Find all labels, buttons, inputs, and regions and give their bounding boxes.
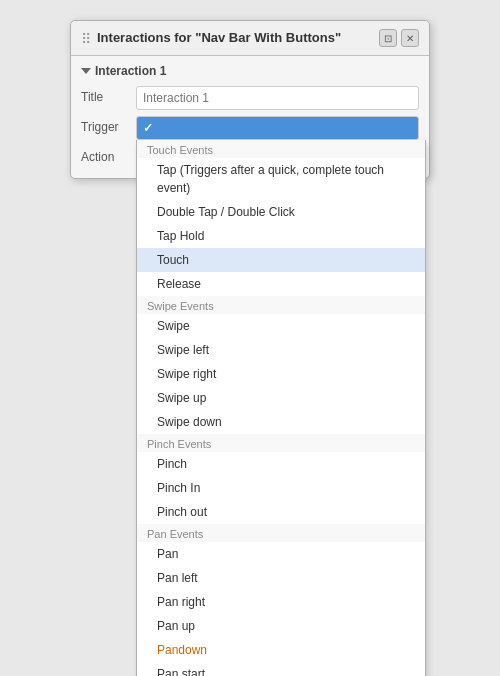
item-pinch-out[interactable]: Pinch out <box>137 500 425 524</box>
dropdown-selected-value[interactable]: ✓ <box>136 116 419 140</box>
interactions-panel: ⠿ Interactions for "Nav Bar With Buttons… <box>70 20 430 179</box>
item-pinch[interactable]: Pinch <box>137 452 425 476</box>
trigger-label: Trigger <box>81 116 136 134</box>
interaction-section-label: Interaction 1 <box>95 64 166 78</box>
title-row: Title <box>81 86 419 110</box>
panel-title-area: ⠿ Interactions for "Nav Bar With Buttons… <box>81 29 341 47</box>
item-release[interactable]: Release <box>137 272 425 296</box>
item-swipe-right[interactable]: Swipe right <box>137 362 425 386</box>
item-swipe-left[interactable]: Swipe left <box>137 338 425 362</box>
panel-header: ⠿ Interactions for "Nav Bar With Buttons… <box>71 21 429 56</box>
panel-controls: ⊡ ✕ <box>379 29 419 47</box>
trigger-row: Trigger ✓ Touch Events Tap (Triggers aft… <box>81 116 419 140</box>
item-pan-left[interactable]: Pan left <box>137 566 425 590</box>
collapse-triangle-icon[interactable] <box>81 68 91 74</box>
drag-handle-icon: ⠿ <box>81 31 91 47</box>
category-swipe-events: Swipe Events <box>137 296 425 314</box>
action-label: Action <box>81 146 136 164</box>
item-double-tap[interactable]: Double Tap / Double Click <box>137 200 425 224</box>
item-swipe-down[interactable]: Swipe down <box>137 410 425 434</box>
item-swipe-up[interactable]: Swipe up <box>137 386 425 410</box>
item-pan-right[interactable]: Pan right <box>137 590 425 614</box>
expand-button[interactable]: ⊡ <box>379 29 397 47</box>
category-touch-events: Touch Events <box>137 140 425 158</box>
item-pan[interactable]: Pan <box>137 542 425 566</box>
item-touch[interactable]: Touch <box>137 248 425 272</box>
trigger-dropdown[interactable]: ✓ Touch Events Tap (Triggers after a qui… <box>136 116 419 140</box>
category-pinch-events: Pinch Events <box>137 434 425 452</box>
dropdown-menu: Touch Events Tap (Triggers after a quick… <box>136 140 426 676</box>
item-pan-up[interactable]: Pan up <box>137 614 425 638</box>
category-pan-events: Pan Events <box>137 524 425 542</box>
panel-title: Interactions for "Nav Bar With Buttons" <box>97 29 341 47</box>
item-swipe[interactable]: Swipe <box>137 314 425 338</box>
title-label: Title <box>81 86 136 104</box>
item-pinch-in[interactable]: Pinch In <box>137 476 425 500</box>
interaction-header: Interaction 1 <box>81 64 419 78</box>
title-input[interactable] <box>136 86 419 110</box>
item-tap[interactable]: Tap (Triggers after a quick, complete to… <box>137 158 425 200</box>
interaction-section: Interaction 1 Title Trigger ✓ Touch Even… <box>71 56 429 178</box>
item-pandown[interactable]: Pandown <box>137 638 425 662</box>
item-pan-start[interactable]: Pan start <box>137 662 425 676</box>
checkmark-icon: ✓ <box>143 121 153 135</box>
close-button[interactable]: ✕ <box>401 29 419 47</box>
item-tap-hold[interactable]: Tap Hold <box>137 224 425 248</box>
